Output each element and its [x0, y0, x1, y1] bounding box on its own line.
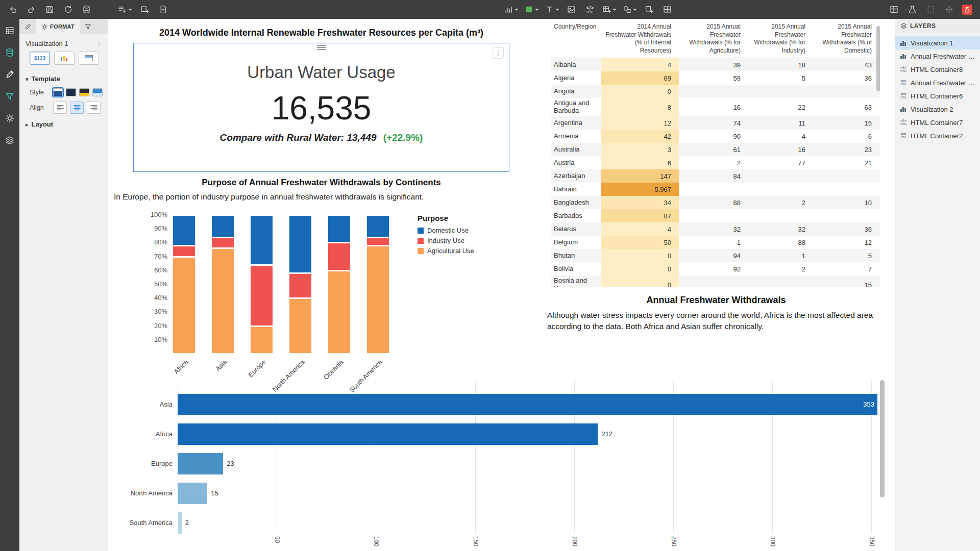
data-table[interactable]: Country/Region2014 Annual Freshwater Wit…: [551, 22, 880, 287]
bar[interactable]: [178, 512, 182, 534]
card-menu-icon[interactable]: [493, 47, 504, 59]
layer-item[interactable]: Annual Freshwater Wit...: [895, 76, 980, 89]
insert-visualization-button[interactable]: [116, 3, 134, 17]
bar-segment[interactable]: [367, 238, 389, 245]
bar-segment[interactable]: [173, 216, 195, 245]
column-header[interactable]: Country/Region: [551, 22, 601, 56]
table-row[interactable]: Bosnia and Herzegovina015: [551, 276, 880, 287]
stacked-bar-chart[interactable]: 100%90%80%70%60%50%40%30%20%10%AfricaAsi…: [139, 210, 425, 384]
column-header[interactable]: 2015 Annual Freshwater Withdrawals (% of…: [810, 22, 876, 56]
filter-icon[interactable]: [3, 90, 17, 103]
color-format-button[interactable]: [523, 3, 541, 17]
column-header[interactable]: 2014 Annual Freshwater Withdrawals (% of…: [601, 22, 679, 56]
presentation-badge-button[interactable]: [960, 3, 975, 17]
data-pane-icon[interactable]: [3, 24, 17, 37]
move-tool-button[interactable]: [941, 3, 957, 17]
kpi-card[interactable]: Urban Water Usage 16,535 Compare with Ru…: [133, 43, 509, 172]
layer-item[interactable]: Annual Freshwater Wit...: [895, 49, 980, 63]
bar-segment[interactable]: [367, 216, 389, 237]
bar-segment[interactable]: [251, 266, 273, 325]
layer-item[interactable]: HTML Container7: [895, 116, 980, 129]
bar-segment[interactable]: [328, 216, 350, 242]
legend-item[interactable]: Agricultural Use: [418, 247, 474, 255]
bar-segment[interactable]: [328, 243, 350, 269]
table-row[interactable]: Bangladesh3488210: [551, 196, 880, 209]
table-row[interactable]: Angola0: [551, 85, 880, 98]
table-row[interactable]: Austria627721: [551, 156, 880, 169]
layer-item[interactable]: HTML Container8: [895, 63, 980, 76]
insert-table-button[interactable]: [601, 3, 618, 17]
more-options-icon[interactable]: [95, 39, 103, 47]
bar[interactable]: [178, 423, 598, 445]
table-row[interactable]: Algeria6959536: [551, 71, 880, 85]
table-row[interactable]: Armenia429046: [551, 130, 880, 143]
table-row[interactable]: Albania4391843: [551, 58, 880, 71]
experiment-flask-button[interactable]: [904, 3, 920, 17]
settings-gear-icon[interactable]: [3, 112, 17, 125]
layers-stack-icon[interactable]: [3, 134, 17, 147]
table-row[interactable]: Bahrain5,967: [551, 183, 880, 196]
datasource-icon[interactable]: [3, 46, 17, 59]
legend-item[interactable]: Industry Use: [418, 237, 474, 244]
style-swatch-2[interactable]: [66, 88, 76, 96]
marquee-select-button[interactable]: [923, 3, 938, 17]
table-row[interactable]: Belarus4323236: [551, 222, 880, 236]
style-swatch-4[interactable]: [92, 88, 103, 96]
table-row[interactable]: Azerbaijan14784: [551, 169, 880, 183]
bar-segment[interactable]: [289, 299, 311, 353]
table-row[interactable]: Barbados87: [551, 209, 880, 222]
new-container-button[interactable]: [642, 3, 657, 17]
layer-item[interactable]: Visualization 1: [895, 36, 980, 49]
chart-type-button[interactable]: [503, 3, 520, 17]
bar-segment[interactable]: [251, 216, 273, 264]
bar-segment[interactable]: [367, 246, 389, 353]
edit-tab[interactable]: [19, 19, 36, 34]
layout-section-toggle[interactable]: Layout: [19, 116, 108, 131]
html-button[interactable]: [582, 3, 598, 17]
table-scrollbar[interactable]: [876, 26, 880, 91]
table-row[interactable]: Belgium5018812: [551, 236, 880, 249]
align-right-button[interactable]: [87, 102, 101, 114]
container-format-button[interactable]: [79, 52, 99, 65]
style-swatch-1[interactable]: [53, 88, 63, 96]
table-row[interactable]: Australia3611623: [551, 143, 880, 156]
number-format-button[interactable]: $123: [30, 52, 50, 65]
layout-split-button[interactable]: [660, 3, 675, 17]
shapes-button[interactable]: [621, 3, 639, 17]
legend-item[interactable]: Domestic Use: [418, 227, 474, 234]
drag-handle-icon[interactable]: [317, 45, 326, 50]
table-row[interactable]: Antigua and Barbuda8162263: [551, 98, 880, 116]
table-row[interactable]: Bhutan09415: [551, 249, 880, 262]
table-row[interactable]: Argentina12741115: [551, 116, 880, 130]
layer-item[interactable]: Visualization 2: [895, 103, 980, 116]
bar-segment[interactable]: [289, 274, 311, 297]
image-button[interactable]: [564, 3, 579, 17]
style-swatch-3[interactable]: [79, 88, 89, 96]
align-left-button[interactable]: [53, 102, 67, 114]
bar-segment[interactable]: [212, 216, 234, 237]
bar[interactable]: [178, 453, 223, 474]
save-button[interactable]: [42, 3, 57, 17]
grid-view-button[interactable]: [886, 3, 901, 17]
bar-segment[interactable]: [173, 258, 195, 353]
bar[interactable]: [178, 394, 877, 415]
layer-item[interactable]: HTML Container2: [895, 129, 980, 142]
table-row[interactable]: Bolivia09227: [551, 262, 880, 276]
add-page-button[interactable]: [155, 3, 170, 17]
column-header[interactable]: 2015 Annual Freshwater Withdrawals (% fo…: [745, 22, 810, 56]
layer-item[interactable]: HTML Container6: [895, 89, 980, 103]
chart-format-button[interactable]: [54, 52, 75, 65]
bar-segment[interactable]: [251, 327, 273, 353]
dashboard-canvas[interactable]: 2014 Worldwide Internal Renewable Freshw…: [108, 19, 895, 551]
redo-button[interactable]: [23, 3, 39, 17]
bar[interactable]: [178, 483, 207, 504]
canvas-scrollbar[interactable]: [880, 380, 885, 497]
data-source-button[interactable]: [79, 3, 94, 17]
align-center-button[interactable]: [70, 102, 84, 114]
horizontal-bar-chart[interactable]: 50100150200250300350Asia353Africa212Euro…: [108, 376, 889, 551]
add-container-button[interactable]: [137, 3, 152, 17]
format-tab[interactable]: FORMAT: [36, 19, 80, 34]
bar-segment[interactable]: [289, 216, 311, 272]
bar-segment[interactable]: [212, 249, 234, 353]
bar-segment[interactable]: [173, 246, 195, 256]
